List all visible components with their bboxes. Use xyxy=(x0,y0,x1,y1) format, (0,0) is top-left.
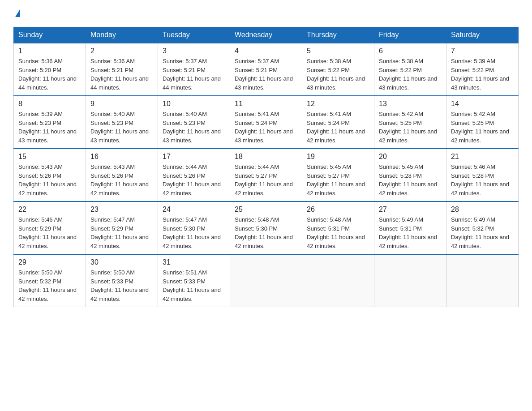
day-number: 10 xyxy=(163,100,225,108)
day-info: Sunrise: 5:43 AMSunset: 5:26 PMDaylight:… xyxy=(18,163,77,197)
day-info: Sunrise: 5:40 AMSunset: 5:23 PMDaylight:… xyxy=(90,111,149,144)
day-info: Sunrise: 5:45 AMSunset: 5:27 PMDaylight:… xyxy=(307,163,365,197)
day-info: Sunrise: 5:38 AMSunset: 5:22 PMDaylight:… xyxy=(307,58,365,91)
calendar-cell: 28 Sunrise: 5:49 AMSunset: 5:32 PMDaylig… xyxy=(446,201,519,254)
calendar-cell xyxy=(230,254,302,307)
day-info: Sunrise: 5:44 AMSunset: 5:26 PMDaylight:… xyxy=(163,163,221,197)
calendar-cell: 6 Sunrise: 5:38 AMSunset: 5:22 PMDayligh… xyxy=(374,43,446,96)
calendar-cell: 9 Sunrise: 5:40 AMSunset: 5:23 PMDayligh… xyxy=(86,96,158,149)
day-number: 19 xyxy=(307,153,369,161)
day-number: 2 xyxy=(90,47,153,55)
day-number: 11 xyxy=(235,100,297,108)
day-number: 23 xyxy=(90,206,153,214)
day-number: 29 xyxy=(18,258,81,266)
day-info: Sunrise: 5:51 AMSunset: 5:33 PMDaylight:… xyxy=(163,269,221,302)
calendar-cell: 11 Sunrise: 5:41 AMSunset: 5:24 PMDaylig… xyxy=(230,96,302,149)
day-number: 16 xyxy=(90,153,153,161)
day-info: Sunrise: 5:36 AMSunset: 5:20 PMDaylight:… xyxy=(18,58,77,91)
calendar-cell: 2 Sunrise: 5:36 AMSunset: 5:21 PMDayligh… xyxy=(86,43,158,96)
calendar-cell: 17 Sunrise: 5:44 AMSunset: 5:26 PMDaylig… xyxy=(158,149,230,201)
day-number: 5 xyxy=(307,47,369,55)
weekday-header-friday: Friday xyxy=(374,27,446,43)
day-info: Sunrise: 5:41 AMSunset: 5:24 PMDaylight:… xyxy=(307,111,365,144)
day-number: 15 xyxy=(18,153,81,161)
calendar-cell xyxy=(446,254,519,307)
calendar-cell: 14 Sunrise: 5:42 AMSunset: 5:25 PMDaylig… xyxy=(446,96,519,149)
calendar-cell: 1 Sunrise: 5:36 AMSunset: 5:20 PMDayligh… xyxy=(14,43,86,96)
day-info: Sunrise: 5:39 AMSunset: 5:23 PMDaylight:… xyxy=(18,111,77,144)
day-info: Sunrise: 5:41 AMSunset: 5:24 PMDaylight:… xyxy=(235,111,293,144)
day-number: 13 xyxy=(379,100,442,108)
calendar-cell: 8 Sunrise: 5:39 AMSunset: 5:23 PMDayligh… xyxy=(14,96,86,149)
calendar-cell: 22 Sunrise: 5:46 AMSunset: 5:29 PMDaylig… xyxy=(14,201,86,254)
weekday-header-tuesday: Tuesday xyxy=(158,27,230,43)
day-number: 22 xyxy=(18,206,81,214)
day-number: 26 xyxy=(307,206,369,214)
calendar-cell: 4 Sunrise: 5:37 AMSunset: 5:21 PMDayligh… xyxy=(230,43,302,96)
calendar-cell: 23 Sunrise: 5:47 AMSunset: 5:29 PMDaylig… xyxy=(86,201,158,254)
week-row-4: 22 Sunrise: 5:46 AMSunset: 5:29 PMDaylig… xyxy=(14,201,519,254)
week-row-2: 8 Sunrise: 5:39 AMSunset: 5:23 PMDayligh… xyxy=(14,96,519,149)
calendar-cell: 12 Sunrise: 5:41 AMSunset: 5:24 PMDaylig… xyxy=(302,96,374,149)
calendar-cell: 7 Sunrise: 5:39 AMSunset: 5:22 PMDayligh… xyxy=(446,43,519,96)
calendar-cell: 30 Sunrise: 5:50 AMSunset: 5:33 PMDaylig… xyxy=(86,254,158,307)
day-number: 24 xyxy=(163,206,225,214)
day-info: Sunrise: 5:49 AMSunset: 5:32 PMDaylight:… xyxy=(451,216,509,249)
day-number: 3 xyxy=(163,47,225,55)
day-info: Sunrise: 5:46 AMSunset: 5:28 PMDaylight:… xyxy=(451,163,509,197)
calendar-cell: 13 Sunrise: 5:42 AMSunset: 5:25 PMDaylig… xyxy=(374,96,446,149)
day-info: Sunrise: 5:48 AMSunset: 5:30 PMDaylight:… xyxy=(235,216,293,249)
calendar-cell: 31 Sunrise: 5:51 AMSunset: 5:33 PMDaylig… xyxy=(158,254,230,307)
day-info: Sunrise: 5:48 AMSunset: 5:31 PMDaylight:… xyxy=(307,216,365,249)
calendar-cell: 16 Sunrise: 5:43 AMSunset: 5:26 PMDaylig… xyxy=(86,149,158,201)
calendar-cell: 18 Sunrise: 5:44 AMSunset: 5:27 PMDaylig… xyxy=(230,149,302,201)
day-info: Sunrise: 5:47 AMSunset: 5:29 PMDaylight:… xyxy=(90,216,149,249)
day-number: 4 xyxy=(235,47,297,55)
day-number: 7 xyxy=(451,47,514,55)
weekday-header-saturday: Saturday xyxy=(446,27,519,43)
day-info: Sunrise: 5:42 AMSunset: 5:25 PMDaylight:… xyxy=(379,111,437,144)
day-info: Sunrise: 5:50 AMSunset: 5:33 PMDaylight:… xyxy=(90,269,149,302)
day-number: 20 xyxy=(379,153,442,161)
day-number: 17 xyxy=(163,153,225,161)
day-info: Sunrise: 5:39 AMSunset: 5:22 PMDaylight:… xyxy=(451,58,509,91)
day-number: 30 xyxy=(90,258,153,266)
day-info: Sunrise: 5:36 AMSunset: 5:21 PMDaylight:… xyxy=(90,58,149,91)
day-info: Sunrise: 5:43 AMSunset: 5:26 PMDaylight:… xyxy=(90,163,149,197)
weekday-header-wednesday: Wednesday xyxy=(230,27,302,43)
calendar-cell: 20 Sunrise: 5:45 AMSunset: 5:28 PMDaylig… xyxy=(374,149,446,201)
week-row-1: 1 Sunrise: 5:36 AMSunset: 5:20 PMDayligh… xyxy=(14,43,519,96)
calendar-cell: 26 Sunrise: 5:48 AMSunset: 5:31 PMDaylig… xyxy=(302,201,374,254)
logo xyxy=(13,9,20,18)
page-header xyxy=(13,9,519,18)
day-info: Sunrise: 5:37 AMSunset: 5:21 PMDaylight:… xyxy=(235,58,293,91)
day-info: Sunrise: 5:40 AMSunset: 5:23 PMDaylight:… xyxy=(163,111,221,144)
day-number: 9 xyxy=(90,100,153,108)
calendar-table: SundayMondayTuesdayWednesdayThursdayFrid… xyxy=(13,27,519,307)
calendar-cell xyxy=(374,254,446,307)
calendar-cell: 24 Sunrise: 5:47 AMSunset: 5:30 PMDaylig… xyxy=(158,201,230,254)
logo-triangle-icon xyxy=(15,9,20,17)
calendar-cell: 10 Sunrise: 5:40 AMSunset: 5:23 PMDaylig… xyxy=(158,96,230,149)
day-info: Sunrise: 5:45 AMSunset: 5:28 PMDaylight:… xyxy=(379,163,437,197)
day-number: 18 xyxy=(235,153,297,161)
day-number: 8 xyxy=(18,100,81,108)
weekday-header-sunday: Sunday xyxy=(14,27,86,43)
calendar-cell xyxy=(302,254,374,307)
calendar-cell: 19 Sunrise: 5:45 AMSunset: 5:27 PMDaylig… xyxy=(302,149,374,201)
calendar-cell: 5 Sunrise: 5:38 AMSunset: 5:22 PMDayligh… xyxy=(302,43,374,96)
weekday-header-row: SundayMondayTuesdayWednesdayThursdayFrid… xyxy=(14,27,519,43)
calendar-cell: 29 Sunrise: 5:50 AMSunset: 5:32 PMDaylig… xyxy=(14,254,86,307)
calendar-cell: 15 Sunrise: 5:43 AMSunset: 5:26 PMDaylig… xyxy=(14,149,86,201)
day-number: 14 xyxy=(451,100,514,108)
day-number: 12 xyxy=(307,100,369,108)
week-row-5: 29 Sunrise: 5:50 AMSunset: 5:32 PMDaylig… xyxy=(14,254,519,307)
day-number: 21 xyxy=(451,153,514,161)
calendar-cell: 25 Sunrise: 5:48 AMSunset: 5:30 PMDaylig… xyxy=(230,201,302,254)
day-info: Sunrise: 5:44 AMSunset: 5:27 PMDaylight:… xyxy=(235,163,293,197)
day-info: Sunrise: 5:50 AMSunset: 5:32 PMDaylight:… xyxy=(18,269,77,302)
day-info: Sunrise: 5:46 AMSunset: 5:29 PMDaylight:… xyxy=(18,216,77,249)
day-number: 6 xyxy=(379,47,442,55)
day-number: 1 xyxy=(18,47,81,55)
day-number: 27 xyxy=(379,206,442,214)
